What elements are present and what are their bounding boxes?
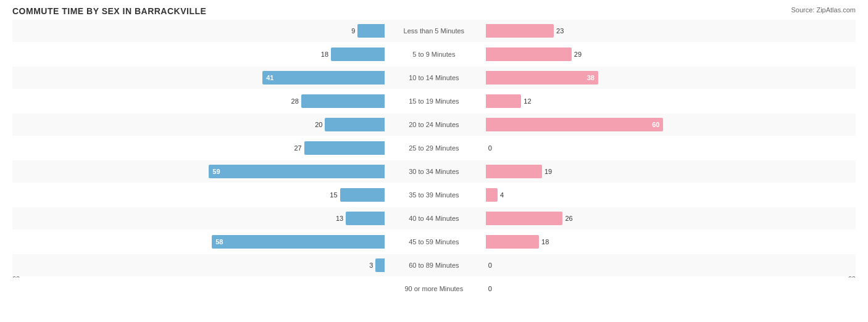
bar-right-section: 0 — [483, 141, 856, 155]
female-value: 4 — [500, 191, 504, 199]
bar-right-section: 23 — [483, 24, 856, 38]
bar-right-section: 26 — [483, 212, 856, 225]
female-bar: 18 — [486, 235, 539, 249]
table-row: 90 or more Minutes0 — [12, 278, 856, 300]
female-bar: 38 — [486, 71, 598, 85]
bar-left-section: 58 — [12, 235, 385, 249]
source-text: Source: ZipAtlas.com — [791, 6, 856, 14]
male-bar: 58 — [212, 235, 385, 249]
bar-right-section: 38 — [483, 71, 856, 85]
female-value: 0 — [488, 262, 492, 269]
table-row: 1535 to 39 Minutes4 — [12, 184, 856, 206]
male-bar: 41 — [262, 71, 385, 85]
row-label: 5 to 9 Minutes — [385, 51, 483, 58]
row-label: 35 to 39 Minutes — [385, 191, 483, 199]
male-value: 58 — [215, 238, 223, 246]
female-value: 0 — [488, 285, 492, 292]
male-value: 18 — [321, 51, 328, 58]
table-row: 1340 to 44 Minutes26 — [12, 207, 856, 229]
row-label: 45 to 59 Minutes — [385, 238, 483, 246]
row-label: 30 to 34 Minutes — [385, 168, 483, 175]
bar-right-section: 0 — [483, 258, 856, 272]
male-value: 9 — [351, 27, 355, 35]
bar-left-section: 59 — [12, 165, 385, 178]
bar-left-section: 18 — [12, 47, 385, 61]
bar-left-section: 20 — [12, 118, 385, 131]
bar-right-section: 12 — [483, 94, 856, 108]
row-label: 25 to 29 Minutes — [385, 144, 483, 152]
bar-left-section — [12, 282, 385, 295]
male-bar: 59 — [209, 165, 385, 178]
female-bar: 23 — [486, 24, 554, 38]
bar-left-section: 15 — [12, 188, 385, 202]
bar-right-section: 29 — [483, 47, 856, 61]
row-label: 60 to 89 Minutes — [385, 262, 483, 269]
row-label: 90 or more Minutes — [385, 285, 483, 292]
bar-left-section: 3 — [12, 258, 385, 272]
row-label: 15 to 19 Minutes — [385, 97, 483, 105]
table-row: 185 to 9 Minutes29 — [12, 43, 856, 65]
chart-title: COMMUTE TIME BY SEX IN BARRACKVILLE — [12, 6, 856, 16]
female-bar: 60 — [486, 118, 664, 131]
male-bar: 3 — [375, 258, 384, 272]
female-value: 18 — [541, 238, 549, 246]
female-value: 23 — [556, 27, 564, 35]
bar-right-section: 4 — [483, 188, 856, 202]
male-value: 28 — [291, 97, 299, 105]
male-bar: 15 — [340, 188, 385, 202]
female-bar: 4 — [486, 188, 498, 202]
male-bar: 20 — [325, 118, 384, 131]
bar-left-section: 41 — [12, 71, 385, 85]
bar-right-section: 18 — [483, 235, 856, 249]
chart-container: COMMUTE TIME BY SEX IN BARRACKVILLE Sour… — [0, 0, 868, 322]
female-bar: 12 — [486, 94, 522, 108]
table-row: 4110 to 14 Minutes38 — [12, 67, 856, 89]
bar-right-section: 0 — [483, 282, 856, 295]
bar-left-section: 9 — [12, 24, 385, 38]
table-row: 9Less than 5 Minutes23 — [12, 20, 856, 42]
female-value: 26 — [565, 215, 572, 222]
table-row: 2725 to 29 Minutes0 — [12, 137, 856, 159]
female-bar: 26 — [486, 212, 563, 225]
female-value: 12 — [524, 97, 531, 105]
bar-left-section: 27 — [12, 141, 385, 155]
male-bar: 13 — [346, 212, 385, 225]
male-value: 41 — [266, 74, 273, 81]
female-value: 19 — [545, 168, 552, 175]
row-label: 40 to 44 Minutes — [385, 215, 483, 222]
bar-right-section: 60 — [483, 118, 856, 131]
female-value: 29 — [574, 51, 582, 58]
female-value: 0 — [488, 144, 492, 152]
table-row: 5930 to 34 Minutes19 — [12, 160, 856, 183]
table-row: 5845 to 59 Minutes18 — [12, 231, 856, 253]
female-bar: 29 — [486, 47, 572, 61]
male-value: 27 — [294, 144, 301, 152]
male-bar: 28 — [301, 94, 385, 108]
table-row: 2020 to 24 Minutes60 — [12, 114, 856, 136]
male-value: 20 — [315, 121, 322, 128]
table-row: 360 to 89 Minutes0 — [12, 254, 856, 276]
male-value: 13 — [336, 215, 343, 222]
male-value: 3 — [369, 262, 373, 269]
male-bar: 27 — [304, 141, 385, 155]
bar-right-section: 19 — [483, 165, 856, 178]
table-row: 2815 to 19 Minutes12 — [12, 90, 856, 112]
bar-left-section: 28 — [12, 94, 385, 108]
female-value: 38 — [587, 74, 595, 81]
male-value: 15 — [330, 191, 337, 199]
male-bar: 9 — [357, 24, 384, 38]
row-label: 10 to 14 Minutes — [385, 74, 483, 81]
row-label: Less than 5 Minutes — [385, 27, 483, 35]
female-value: 60 — [652, 121, 659, 128]
male-value: 59 — [212, 168, 220, 175]
male-bar: 18 — [331, 47, 385, 61]
row-label: 20 to 24 Minutes — [385, 121, 483, 128]
chart-area: 9Less than 5 Minutes23185 to 9 Minutes29… — [12, 20, 856, 274]
female-bar: 19 — [486, 165, 542, 178]
bar-left-section: 13 — [12, 212, 385, 225]
